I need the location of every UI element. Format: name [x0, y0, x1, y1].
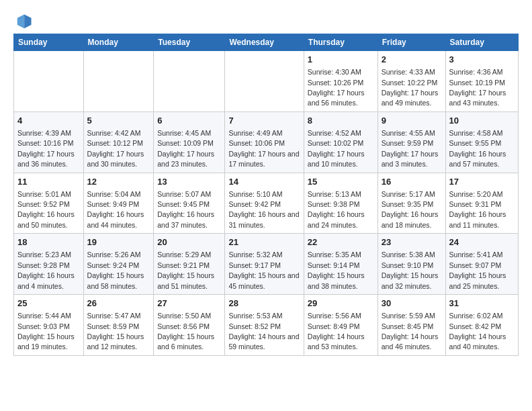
day-sunrise: Sunrise: 4:58 AM [449, 129, 503, 137]
day-number: 2 [382, 54, 442, 66]
calendar-cell: 10Sunrise: 4:58 AMSunset: 9:55 PMDayligh… [445, 111, 518, 173]
calendar-cell [83, 51, 154, 112]
day-daylight: Daylight: 15 hours and 58 minutes. [87, 271, 144, 289]
day-daylight: Daylight: 16 hours and 37 minutes. [157, 210, 214, 228]
day-daylight: Daylight: 16 hours and 57 minutes. [449, 150, 506, 168]
weekday-header: Sunday [14, 34, 84, 51]
calendar-cell: 26Sunrise: 5:47 AMSunset: 8:59 PMDayligh… [83, 295, 154, 356]
day-daylight: Daylight: 15 hours and 45 minutes. [228, 271, 299, 289]
day-sunrise: Sunrise: 4:33 AM [382, 68, 435, 76]
day-number: 16 [382, 176, 442, 188]
day-sunrise: Sunrise: 5:59 AM [382, 312, 435, 320]
weekday-header: Friday [378, 34, 445, 51]
day-sunset: Sunset: 9:24 PM [87, 261, 140, 269]
day-number: 27 [157, 298, 221, 310]
day-daylight: Daylight: 14 hours and 46 minutes. [382, 332, 439, 351]
calendar-body: 1Sunrise: 4:30 AMSunset: 10:26 PMDayligh… [14, 51, 519, 356]
day-daylight: Daylight: 17 hours and 49 minutes. [382, 89, 439, 107]
weekday-header: Tuesday [154, 34, 225, 51]
day-daylight: Daylight: 17 hours and 23 minutes. [157, 150, 214, 168]
day-sunset: Sunset: 8:56 PM [157, 322, 210, 330]
day-daylight: Daylight: 17 hours and 36 minutes. [17, 150, 75, 168]
calendar-cell: 19Sunrise: 5:26 AMSunset: 9:24 PMDayligh… [83, 234, 154, 295]
calendar-cell: 24Sunrise: 5:41 AMSunset: 9:07 PMDayligh… [445, 234, 518, 295]
day-sunset: Sunset: 9:42 PM [228, 200, 281, 208]
day-number: 10 [449, 115, 515, 127]
day-sunset: Sunset: 9:49 PM [87, 200, 140, 208]
day-number: 31 [449, 298, 515, 310]
calendar-cell: 3Sunrise: 4:36 AMSunset: 10:19 PMDayligh… [445, 51, 518, 112]
logo-icon [16, 12, 34, 30]
day-sunrise: Sunrise: 5:53 AM [228, 312, 282, 320]
weekday-header: Wednesday [225, 34, 304, 51]
calendar-cell: 1Sunrise: 4:30 AMSunset: 10:26 PMDayligh… [304, 51, 378, 112]
day-sunset: Sunset: 9:21 PM [157, 261, 210, 269]
day-sunset: Sunset: 10:22 PM [382, 79, 437, 87]
day-number: 20 [157, 236, 221, 248]
day-number: 4 [17, 115, 80, 127]
calendar-cell: 17Sunrise: 5:20 AMSunset: 9:31 PMDayligh… [445, 173, 518, 234]
calendar-cell [154, 51, 225, 112]
day-sunrise: Sunrise: 4:42 AM [87, 129, 141, 137]
day-sunset: Sunset: 9:31 PM [449, 200, 502, 208]
day-daylight: Daylight: 16 hours and 24 minutes. [308, 210, 365, 228]
day-sunrise: Sunrise: 5:29 AM [157, 250, 211, 259]
day-sunset: Sunset: 9:10 PM [382, 261, 434, 269]
day-number: 13 [157, 176, 221, 188]
day-number: 18 [17, 236, 80, 248]
calendar-cell: 16Sunrise: 5:17 AMSunset: 9:35 PMDayligh… [378, 173, 445, 234]
day-number: 7 [228, 115, 300, 127]
day-sunset: Sunset: 10:02 PM [308, 139, 363, 147]
day-sunrise: Sunrise: 4:52 AM [308, 129, 361, 137]
calendar-cell: 13Sunrise: 5:07 AMSunset: 9:45 PMDayligh… [154, 173, 225, 234]
day-sunset: Sunset: 9:17 PM [228, 261, 281, 269]
day-daylight: Daylight: 17 hours and 3 minutes. [382, 150, 439, 168]
day-daylight: Daylight: 17 hours and 17 minutes. [228, 150, 299, 168]
day-daylight: Daylight: 15 hours and 12 minutes. [87, 332, 144, 351]
calendar-week-row: 18Sunrise: 5:23 AMSunset: 9:28 PMDayligh… [14, 234, 519, 295]
day-daylight: Daylight: 17 hours and 30 minutes. [87, 150, 144, 168]
calendar-cell: 9Sunrise: 4:55 AMSunset: 9:59 PMDaylight… [378, 111, 445, 173]
day-sunrise: Sunrise: 5:35 AM [308, 250, 361, 259]
calendar-cell [14, 51, 84, 112]
day-sunset: Sunset: 9:38 PM [308, 200, 360, 208]
day-number: 12 [87, 176, 150, 188]
day-number: 24 [449, 236, 515, 248]
calendar-cell: 30Sunrise: 5:59 AMSunset: 8:45 PMDayligh… [378, 295, 445, 356]
day-number: 8 [308, 115, 374, 127]
day-number: 28 [228, 298, 300, 310]
day-sunrise: Sunrise: 4:39 AM [17, 129, 71, 137]
day-daylight: Daylight: 16 hours and 50 minutes. [17, 210, 75, 228]
day-number: 15 [308, 176, 374, 188]
day-number: 17 [449, 176, 515, 188]
day-daylight: Daylight: 16 hours and 31 minutes. [228, 210, 299, 228]
day-daylight: Daylight: 15 hours and 25 minutes. [449, 271, 506, 289]
day-sunrise: Sunrise: 5:20 AM [449, 190, 503, 198]
calendar-week-row: 4Sunrise: 4:39 AMSunset: 10:16 PMDayligh… [14, 111, 519, 173]
day-number: 30 [382, 298, 442, 310]
calendar-cell: 29Sunrise: 5:56 AMSunset: 8:49 PMDayligh… [304, 295, 378, 356]
day-number: 26 [87, 298, 150, 310]
day-sunset: Sunset: 8:42 PM [449, 322, 502, 330]
day-sunset: Sunset: 10:09 PM [157, 139, 213, 147]
day-number: 19 [87, 236, 150, 248]
day-sunrise: Sunrise: 5:26 AM [87, 250, 141, 259]
day-number: 29 [308, 298, 374, 310]
day-sunset: Sunset: 8:49 PM [308, 322, 360, 330]
day-daylight: Daylight: 17 hours and 56 minutes. [308, 89, 365, 107]
day-sunset: Sunset: 10:12 PM [87, 139, 143, 147]
day-number: 22 [308, 236, 374, 248]
weekday-header: Thursday [304, 34, 378, 51]
calendar-cell: 4Sunrise: 4:39 AMSunset: 10:16 PMDayligh… [14, 111, 84, 173]
day-sunset: Sunset: 8:45 PM [382, 322, 434, 330]
day-number: 1 [308, 54, 374, 66]
logo [13, 12, 34, 30]
day-sunset: Sunset: 10:19 PM [449, 79, 505, 87]
calendar-cell: 11Sunrise: 5:01 AMSunset: 9:52 PMDayligh… [14, 173, 84, 234]
day-sunrise: Sunrise: 5:17 AM [382, 190, 435, 198]
day-sunrise: Sunrise: 5:13 AM [308, 190, 361, 198]
day-sunrise: Sunrise: 5:32 AM [228, 250, 282, 259]
calendar-table: SundayMondayTuesdayWednesdayThursdayFrid… [13, 34, 519, 356]
day-sunset: Sunset: 10:16 PM [17, 139, 73, 147]
day-sunrise: Sunrise: 5:07 AM [157, 190, 211, 198]
